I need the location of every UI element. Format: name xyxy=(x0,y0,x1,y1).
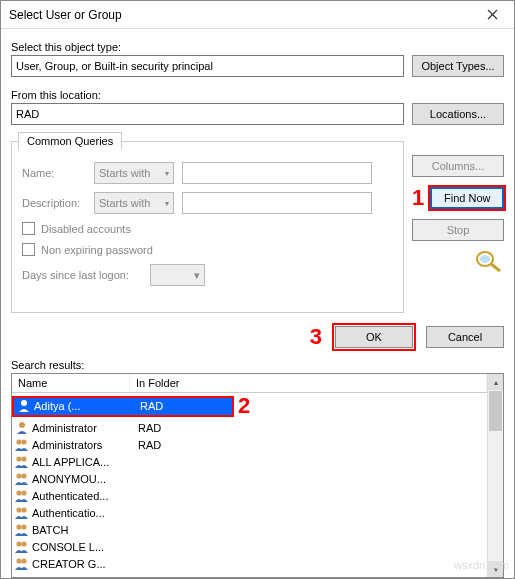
svg-point-1 xyxy=(480,255,490,263)
scroll-down-icon[interactable]: ▾ xyxy=(488,561,503,577)
name-mode-combo[interactable]: Starts with ▾ xyxy=(94,162,174,184)
dialog-content: Select this object type: User, Group, or… xyxy=(1,29,514,578)
results-header: Name In Folder xyxy=(12,374,487,393)
svg-point-18 xyxy=(16,558,21,563)
columns-button[interactable]: Columns... xyxy=(412,155,504,177)
select-user-dialog: Select User or Group Select this object … xyxy=(0,0,515,579)
chevron-down-icon: ▾ xyxy=(165,169,169,178)
scroll-thumb[interactable] xyxy=(489,391,502,431)
svg-point-11 xyxy=(21,490,26,495)
description-filter-label: Description: xyxy=(22,197,86,209)
list-item[interactable]: CONSOLE L... xyxy=(12,538,487,555)
days-since-logon-combo[interactable]: ▾ xyxy=(150,264,205,286)
group-icon xyxy=(14,506,30,520)
column-folder-header[interactable]: In Folder xyxy=(130,374,487,392)
svg-point-8 xyxy=(16,473,21,478)
scroll-up-icon[interactable]: ▴ xyxy=(488,374,503,390)
group-icon xyxy=(14,438,30,452)
locations-button[interactable]: Locations... xyxy=(412,103,504,125)
description-filter-input[interactable] xyxy=(182,192,372,214)
column-name-header[interactable]: Name xyxy=(12,374,130,392)
group-icon xyxy=(14,523,30,537)
close-icon xyxy=(487,9,498,20)
list-item[interactable]: Authenticated... xyxy=(12,487,487,504)
dialog-title: Select User or Group xyxy=(9,8,472,22)
checkbox-icon xyxy=(22,243,35,256)
svg-point-12 xyxy=(16,507,21,512)
location-field[interactable]: RAD xyxy=(11,103,404,125)
callout-2: 2 xyxy=(238,393,250,419)
cancel-button[interactable]: Cancel xyxy=(426,326,504,348)
user-icon xyxy=(14,421,30,435)
titlebar: Select User or Group xyxy=(1,1,514,29)
list-item[interactable]: ALL APPLICA... xyxy=(12,453,487,470)
svg-point-9 xyxy=(21,473,26,478)
find-now-button[interactable]: Find Now xyxy=(430,187,504,209)
name-filter-input[interactable] xyxy=(182,162,372,184)
object-types-button[interactable]: Object Types... xyxy=(412,55,504,77)
list-item[interactable]: AdministratorRAD xyxy=(12,419,487,436)
svg-point-16 xyxy=(16,541,21,546)
ok-button[interactable]: OK xyxy=(335,326,413,348)
ok-highlight: OK xyxy=(332,323,416,351)
disabled-accounts-checkbox[interactable]: Disabled accounts xyxy=(22,222,393,235)
selected-row-highlight: Aditya (...RAD xyxy=(12,396,234,417)
chevron-down-icon: ▾ xyxy=(194,269,200,282)
list-item[interactable]: CREATOR G... xyxy=(12,555,487,572)
search-results-label: Search results: xyxy=(11,359,504,371)
tab-common-queries[interactable]: Common Queries xyxy=(18,132,122,150)
svg-point-13 xyxy=(21,507,26,512)
svg-point-2 xyxy=(21,400,27,406)
svg-point-14 xyxy=(16,524,21,529)
user-icon xyxy=(16,399,32,413)
stop-button[interactable]: Stop xyxy=(412,219,504,241)
svg-point-5 xyxy=(21,439,26,444)
list-item[interactable]: AdministratorsRAD xyxy=(12,436,487,453)
callout-3: 3 xyxy=(310,324,322,350)
description-mode-combo[interactable]: Starts with ▾ xyxy=(94,192,174,214)
list-item[interactable]: Authenticatio... xyxy=(12,504,487,521)
chevron-down-icon: ▾ xyxy=(165,199,169,208)
close-button[interactable] xyxy=(472,2,512,28)
group-icon xyxy=(14,489,30,503)
list-item[interactable]: ANONYMOU... xyxy=(12,470,487,487)
search-results-list: Name In Folder Aditya (...RAD2Administra… xyxy=(11,373,504,578)
location-label: From this location: xyxy=(11,89,504,101)
list-item[interactable]: BATCH xyxy=(12,521,487,538)
group-icon xyxy=(14,540,30,554)
svg-point-10 xyxy=(16,490,21,495)
svg-point-17 xyxy=(21,541,26,546)
object-type-label: Select this object type: xyxy=(11,41,504,53)
object-type-field[interactable]: User, Group, or Built-in security princi… xyxy=(11,55,404,77)
group-icon xyxy=(14,472,30,486)
search-icon xyxy=(472,249,504,277)
svg-point-6 xyxy=(16,456,21,461)
svg-point-3 xyxy=(19,422,25,428)
name-filter-label: Name: xyxy=(22,167,86,179)
checkbox-icon xyxy=(22,222,35,235)
svg-point-7 xyxy=(21,456,26,461)
group-icon xyxy=(14,455,30,469)
svg-point-19 xyxy=(21,558,26,563)
svg-point-4 xyxy=(16,439,21,444)
find-now-highlight: Find Now xyxy=(428,185,506,211)
svg-point-15 xyxy=(21,524,26,529)
common-queries-frame: Common Queries Name: Starts with ▾ Descr… xyxy=(11,141,404,313)
group-icon xyxy=(14,557,30,571)
non-expiring-password-checkbox[interactable]: Non expiring password xyxy=(22,243,393,256)
days-since-logon-label: Days since last logon: xyxy=(22,269,142,281)
results-scrollbar[interactable]: ▴ ▾ xyxy=(487,374,503,577)
callout-1: 1 xyxy=(412,185,424,211)
